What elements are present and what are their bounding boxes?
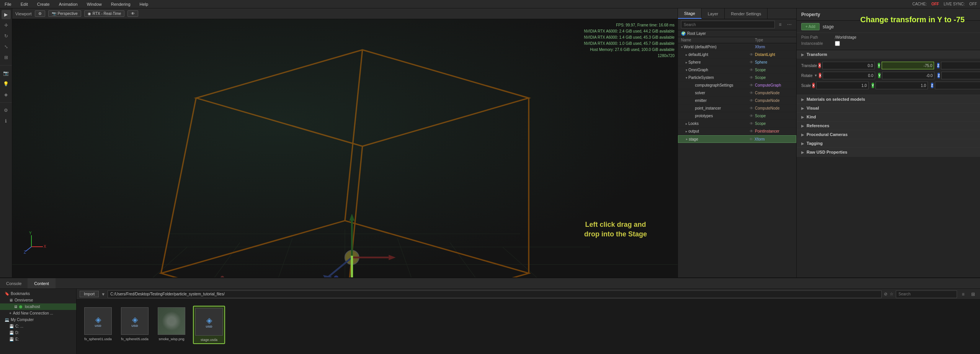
- eye-btn[interactable]: 👁: [127, 10, 138, 17]
- tree-expand-arrow[interactable]: ▾: [686, 68, 688, 72]
- translate-y-input[interactable]: [882, 62, 934, 69]
- sidebar-item-d_drive[interactable]: 💾 D:: [0, 329, 76, 336]
- path-bar[interactable]: [108, 290, 882, 298]
- visibility-icon[interactable]: 👁: [750, 106, 753, 110]
- tab-content[interactable]: Content: [28, 278, 56, 288]
- sidebar-item-c_drive[interactable]: 💾 C: ...: [0, 323, 76, 329]
- tree-item-emitter[interactable]: emitter 👁 ComputeNode: [678, 97, 796, 105]
- tree-item-defaultlight[interactable]: ▸ defaultLight 👁 DistantLight: [678, 51, 796, 59]
- scale-x-input[interactable]: [816, 82, 869, 89]
- menu-rendering[interactable]: Rendering: [109, 1, 132, 7]
- section-header[interactable]: ▶ Procedural Cameras: [797, 130, 980, 139]
- rotate-z-input[interactable]: [941, 72, 980, 79]
- sidebar-item-bookmarks[interactable]: 🔖 Bookmarks: [0, 290, 76, 297]
- sidebar-icon-move[interactable]: ✛: [2, 21, 11, 30]
- translate-x-input[interactable]: [822, 62, 875, 69]
- sidebar-icon-snap[interactable]: ⊞: [2, 53, 11, 62]
- tab-stage[interactable]: Stage: [678, 8, 702, 19]
- rtx-btn[interactable]: ◉ RTX - Real-Time: [84, 10, 124, 17]
- sidebar-icon-material[interactable]: ◈: [2, 90, 11, 99]
- settings-btn[interactable]: ⚙: [35, 10, 45, 17]
- sidebar-icon-select[interactable]: ▶: [2, 10, 11, 19]
- sidebar-icon-settings[interactable]: ⚙: [2, 106, 11, 115]
- section-header[interactable]: ▶ Raw USD Properties: [797, 148, 980, 156]
- sidebar-item-my_computer[interactable]: 💻 My Computer: [0, 316, 76, 323]
- tree-item-omnigraph[interactable]: ▾ OmniGraph 👁 Scope: [678, 66, 796, 74]
- tab-console[interactable]: Console: [0, 278, 28, 288]
- stage-more-btn[interactable]: ⋯: [786, 21, 793, 28]
- visibility-icon[interactable]: 👁: [750, 91, 753, 95]
- visibility-icon[interactable]: 👁: [749, 137, 753, 141]
- sidebar-item-omniverse[interactable]: 🖥 Omniverse: [0, 297, 76, 303]
- tree-item-particlesystem[interactable]: ▾ ParticleSystem 👁 Scope: [678, 74, 796, 82]
- sidebar-icon-info[interactable]: ℹ: [2, 116, 11, 126]
- visibility-icon[interactable]: 👁: [750, 98, 753, 103]
- visibility-icon[interactable]: 👁: [750, 121, 753, 126]
- tree-expand-arrow[interactable]: ▸: [686, 61, 688, 64]
- scale-y-input[interactable]: [875, 82, 928, 89]
- section-header[interactable]: ▶ References: [797, 121, 980, 130]
- tree-item-looks[interactable]: ▸ Looks 👁 Scope: [678, 120, 796, 128]
- sidebar-icon-camera[interactable]: 📷: [2, 69, 11, 78]
- sidebar-icon-scale[interactable]: ⤡: [2, 42, 11, 51]
- tree-expand-arrow[interactable]: ▸: [686, 53, 688, 57]
- translate-z-input[interactable]: [941, 62, 980, 69]
- camera-mode-btn[interactable]: 📷 Perspective: [48, 10, 81, 17]
- visibility-icon[interactable]: 👁: [750, 52, 753, 57]
- tree-item-sphere[interactable]: ▸ Sphere 👁 Sphere: [678, 59, 796, 66]
- stage-tree[interactable]: ▾ World (defaultPrim) Xform ▸ defaultLig…: [678, 43, 796, 277]
- section-header[interactable]: ▶ Tagging: [797, 139, 980, 148]
- content-list-btn[interactable]: ⊞: [969, 290, 977, 298]
- tab-render-settings[interactable]: Render Settings: [725, 8, 768, 19]
- tab-layer[interactable]: Layer: [702, 8, 725, 19]
- rotate-x-input[interactable]: [823, 72, 875, 79]
- add-property-btn[interactable]: + Add: [801, 23, 820, 30]
- visibility-icon[interactable]: 👁: [750, 129, 753, 133]
- visibility-icon[interactable]: 👁: [750, 83, 753, 87]
- visibility-icon[interactable]: 👁: [750, 75, 753, 80]
- tree-expand-arrow[interactable]: ▸: [686, 129, 688, 133]
- transform-section-header[interactable]: ▶ Transform: [797, 50, 980, 59]
- menu-window[interactable]: Window: [85, 1, 103, 7]
- file-thumb-fx_sphere01[interactable]: ◈ USD fx_sphere01.usda: [83, 306, 113, 343]
- scale-z-input[interactable]: [935, 82, 980, 89]
- menu-animation[interactable]: Animation: [57, 1, 79, 7]
- tree-item-output[interactable]: ▸ output 👁 PointInstancer: [678, 128, 796, 135]
- tree-item-solver[interactable]: solver 👁 ComputeNode: [678, 89, 796, 97]
- section-header[interactable]: ▶ Visual: [797, 104, 980, 112]
- section-header[interactable]: ▶ Materials on selected models: [797, 95, 980, 103]
- tree-expand-arrow[interactable]: ▾: [686, 76, 688, 80]
- menu-create[interactable]: Create: [36, 1, 51, 7]
- stage-search[interactable]: [681, 21, 775, 28]
- import-btn[interactable]: Import: [80, 291, 99, 297]
- tree-item-point_instancer[interactable]: point_instancer 👁 ComputeNode: [678, 105, 796, 112]
- viewport-area[interactable]: FPS: 99.97, Frame time: 16.68 ms NVIDIA …: [12, 19, 678, 277]
- content-filter-btn[interactable]: ≡: [959, 290, 967, 298]
- menu-edit[interactable]: Edit: [19, 1, 29, 7]
- menu-help[interactable]: Help: [138, 1, 150, 7]
- tree-item-computegraphsettings[interactable]: computegraphSettings 👁 ComputeGraph: [678, 82, 796, 89]
- file-thumb-stage_usda[interactable]: ◈ USD stage.usda: [193, 306, 225, 344]
- instanceable-checkbox[interactable]: [835, 41, 840, 46]
- file-thumb-smoke_wisp[interactable]: smoke_wisp.png: [156, 306, 187, 343]
- tree-item-prototypes[interactable]: prototypes 👁 Scope: [678, 112, 796, 120]
- stage-filter-btn[interactable]: ≡: [776, 21, 784, 28]
- tree-item-world[interactable]: ▾ World (defaultPrim) Xform: [678, 43, 796, 51]
- sidebar-icon-rotate[interactable]: ↻: [2, 31, 11, 41]
- sidebar-item-e_drive[interactable]: 💾 E:: [0, 336, 76, 343]
- rotate-y-input[interactable]: [882, 72, 934, 79]
- sidebar-item-localhost[interactable]: 🖥 localhost: [0, 303, 76, 310]
- visibility-icon[interactable]: 👁: [750, 60, 753, 64]
- content-search[interactable]: [896, 290, 957, 298]
- file-thumb-fx_sphere05[interactable]: ◈ USD fx_sphere05.usda: [119, 306, 150, 343]
- menu-file[interactable]: File: [3, 1, 13, 7]
- tree-expand-arrow[interactable]: ▸: [686, 137, 688, 141]
- tree-expand-arrow[interactable]: ▸: [686, 122, 688, 126]
- visibility-icon[interactable]: 👁: [750, 114, 753, 118]
- tree-expand-arrow[interactable]: ▾: [681, 45, 683, 49]
- section-header[interactable]: ▶ Kind: [797, 113, 980, 121]
- visibility-icon[interactable]: 👁: [750, 68, 753, 72]
- tree-item-stage[interactable]: ▸ stage 👁 Xform: [678, 135, 796, 143]
- sidebar-item-add_new[interactable]: + Add New Connection ...: [0, 310, 76, 316]
- sidebar-icon-light[interactable]: 💡: [2, 79, 11, 88]
